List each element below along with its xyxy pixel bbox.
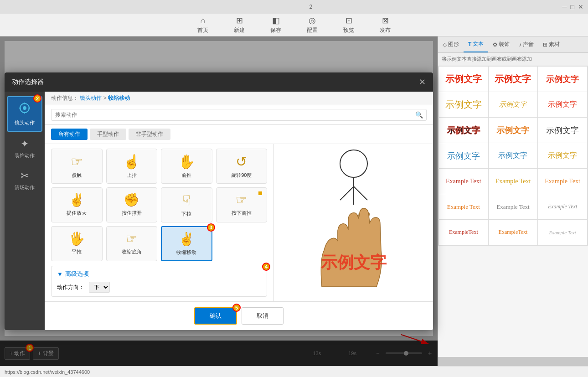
lift-label: 上抬: [127, 172, 137, 179]
action-shrink-move[interactable]: ✌ 收缩移动: [161, 226, 212, 261]
tab-publish[interactable]: ⊠ 发布: [376, 14, 394, 36]
advanced-section: 4 ▼ 高级选项 动作方向： 下 上 左: [51, 266, 267, 297]
text-style-item[interactable]: 示例文字: [538, 67, 587, 92]
dialog-close-btn[interactable]: ✕: [419, 77, 426, 87]
badge-4: 4: [262, 263, 270, 271]
dialog-body: 2: [5, 92, 433, 330]
action-selector-dialog: 动作选择器 ✕ 2: [5, 72, 433, 330]
push-icon: ✋: [178, 154, 195, 170]
shrink-bottom-label: 收缩底角: [122, 248, 142, 255]
text-style-item[interactable]: Example Text: [439, 169, 488, 194]
text-style-item[interactable]: 示例文字: [439, 67, 488, 92]
direction-select[interactable]: 下 上 左 右: [89, 282, 110, 293]
tab-text[interactable]: T文本: [464, 36, 488, 52]
clear-action-icon: ✂: [21, 170, 29, 182]
filter-nonhand[interactable]: 非手型动作: [129, 129, 170, 140]
advanced-header[interactable]: ▼ 高级选项: [57, 270, 261, 278]
sidebar-lens-label: 镜头动作: [15, 119, 35, 126]
action-press[interactable]: ✊ 按住撑开: [106, 187, 158, 222]
sidebar-item-clear[interactable]: ✂ 清场动作: [7, 165, 42, 196]
text-style-item[interactable]: 示例文字: [489, 143, 538, 168]
content-with-preview: ☞ 点触 ☝ 上抬 ✋ 前推: [45, 144, 433, 301]
tab-preview[interactable]: ⊡ 预览: [340, 14, 358, 36]
text-style-item[interactable]: 示例文字: [538, 92, 587, 117]
breadcrumb-link[interactable]: 镜头动作: [80, 95, 102, 101]
filter-hand[interactable]: 手型动作: [90, 129, 126, 140]
confirm-btn[interactable]: 确认: [194, 307, 237, 325]
close-btn[interactable]: ✕: [578, 3, 583, 10]
text-style-item[interactable]: Example Text: [489, 169, 538, 194]
window-title: 2: [309, 4, 312, 10]
press-push-label: 按下前推: [232, 210, 252, 217]
dialog-sidebar: 2: [5, 92, 45, 330]
lift-icon: ☝: [123, 154, 140, 170]
text-styles-header: 将示例文本直接添加到画布或到画布添加: [438, 53, 588, 66]
text-style-item[interactable]: Example Text: [538, 194, 587, 219]
dialog-title: 动作选择器: [12, 78, 44, 86]
pull-label: 下拉: [181, 211, 191, 217]
action-press-push[interactable]: ☞ 按下前推: [216, 187, 268, 222]
tab-save[interactable]: ◧ 保存: [267, 14, 285, 36]
touch-label: 点触: [72, 172, 82, 179]
text-style-item[interactable]: 示例文字: [489, 67, 538, 92]
text-style-item[interactable]: 示例文字: [538, 118, 587, 143]
press-icon: ✊: [124, 192, 139, 207]
search-input[interactable]: [51, 109, 427, 121]
cancel-btn[interactable]: 取消: [242, 307, 284, 325]
text-style-item[interactable]: 示例文字: [489, 92, 538, 117]
breadcrumb-current: 收缩移动: [108, 95, 130, 101]
action-shrink-bottom[interactable]: ☞ 收缩底角: [106, 226, 158, 261]
shrink-move-icon: ✌: [179, 232, 195, 247]
filter-tabs: 所有动作 手型动作 非手型动作: [45, 125, 433, 144]
text-style-item[interactable]: 示例文字: [439, 143, 488, 168]
direction-label: 动作方向：: [57, 284, 84, 291]
restore-btn[interactable]: □: [571, 3, 574, 10]
action-pinch[interactable]: ✌ 提住放大: [51, 187, 103, 222]
tab-sound[interactable]: ♪声音: [514, 36, 538, 52]
press-push-icon: ☞: [236, 192, 247, 207]
text-style-item[interactable]: 示例文字: [439, 92, 488, 117]
text-style-item[interactable]: Example Text: [439, 194, 488, 219]
shrink-move-label: 收缩移动: [176, 249, 196, 256]
tab-home[interactable]: ⌂ 首页: [194, 14, 212, 36]
sidebar-item-decor[interactable]: ✦ 装饰动作: [7, 134, 42, 164]
text-styles-grid: 示例文字 示例文字 示例文字 示例文字 示例文字 示例文字 示例文字 示例文字 …: [438, 66, 588, 246]
action-rotate[interactable]: ↺ 旋转90度: [216, 149, 268, 184]
sidebar-clear-label: 清场动作: [15, 184, 35, 191]
action-touch[interactable]: ☞ 点触: [51, 149, 103, 184]
breadcrumb: 动作信息： 镜头动作 > 收缩移动: [45, 92, 433, 105]
push-label: 前推: [181, 172, 191, 179]
badge-5: 5: [232, 304, 241, 312]
action-push[interactable]: ✋ 前推: [161, 149, 212, 184]
text-style-item[interactable]: Example Text: [538, 169, 587, 194]
badge-3: 3: [207, 223, 215, 232]
tab-new[interactable]: ⊞ 新建: [230, 14, 248, 36]
action-flat[interactable]: 🖐 平推: [51, 226, 103, 261]
tab-decor[interactable]: ✿装饰: [488, 36, 514, 52]
text-style-item[interactable]: ExampleText: [489, 220, 538, 245]
minimize-btn[interactable]: ─: [562, 3, 567, 10]
svg-point-3: [23, 106, 26, 110]
text-style-item[interactable]: Example Text: [489, 194, 538, 219]
text-style-item[interactable]: 示例文字: [538, 143, 587, 168]
shrink-bottom-icon: ☞: [126, 231, 137, 246]
window-controls: ─ □ ✕: [562, 3, 583, 10]
text-style-item[interactable]: Example Text: [538, 220, 587, 245]
dialog-footer: 5 确认 取消: [45, 301, 433, 330]
breadcrumb-sep: >: [103, 95, 108, 101]
search-icon: 🔍: [415, 111, 423, 119]
text-style-item[interactable]: 示例文字: [489, 118, 538, 143]
text-style-item[interactable]: 示例文字: [439, 118, 488, 143]
action-lift[interactable]: ☝ 上抬: [106, 149, 158, 184]
text-style-item[interactable]: ExampleText: [439, 220, 488, 245]
preview-panel: 示例文字: [273, 144, 433, 301]
tab-material[interactable]: ⊞素材: [538, 36, 564, 52]
chevron-down-icon: ▼: [57, 271, 63, 278]
tab-shape[interactable]: ◇图形: [438, 36, 464, 52]
action-pull[interactable]: ☟ 下拉: [161, 187, 212, 222]
breadcrumb-prefix: 动作信息：: [51, 95, 78, 101]
pinch-label: 提住放大: [67, 210, 87, 217]
filter-all[interactable]: 所有动作: [51, 129, 88, 140]
tab-config[interactable]: ◎ 配置: [303, 14, 321, 36]
status-bar: https://blog.csdn.net/weixin_43744600: [0, 366, 588, 377]
